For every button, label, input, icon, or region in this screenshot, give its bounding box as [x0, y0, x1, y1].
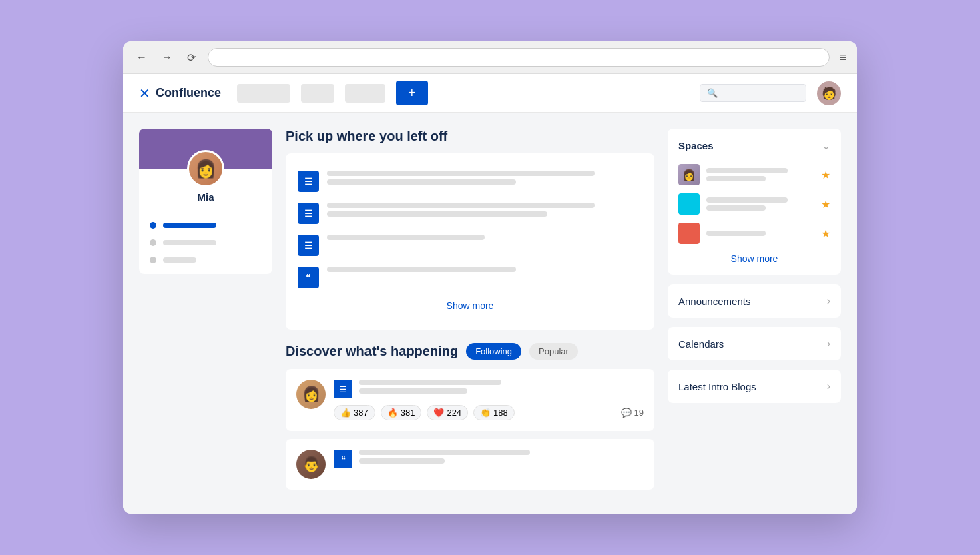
recent-section-title: Pick up where you left off — [286, 129, 654, 144]
avatar-face: 🧑 — [822, 86, 836, 101]
feed-content-2: ❝ — [334, 450, 644, 468]
feed-icon-row-2: ❝ — [334, 450, 644, 468]
activity-line-2a — [327, 203, 595, 208]
activity-line-1b — [327, 179, 516, 185]
space-lines-2 — [706, 197, 814, 211]
space-item-3[interactable]: ★ — [678, 219, 830, 248]
reaction-fire[interactable]: 🔥 381 — [381, 405, 422, 420]
following-tab[interactable]: Following — [466, 343, 521, 360]
space-icon-1: 👩 — [678, 164, 700, 185]
feed-doc-icon-2: ❝ — [334, 450, 352, 468]
feed-line-2a — [359, 450, 530, 455]
profile-dot-2 — [150, 239, 156, 246]
profile-avatar[interactable]: 👩 — [187, 150, 224, 187]
feed-line-1b — [359, 388, 467, 394]
center-content: Pick up where you left off ☰ ☰ — [286, 129, 654, 498]
feed-avatar-face-2: 👨 — [302, 456, 320, 473]
forward-button[interactable]: → — [159, 50, 175, 65]
search-icon: 🔍 — [707, 88, 718, 98]
activity-line-2b — [327, 211, 547, 217]
recent-activity-card: ☰ ☰ ☰ — [286, 153, 654, 330]
space-line-1b — [706, 176, 766, 181]
discover-header: Discover what's happening Following Popu… — [286, 343, 654, 360]
space-icon-3 — [678, 223, 700, 244]
latest-intro-blogs-widget[interactable]: Latest Intro Blogs › — [668, 370, 841, 403]
spaces-chevron-icon[interactable]: ⌄ — [822, 139, 830, 152]
activity-icon-4: ❝ — [298, 267, 319, 288]
profile-avatar-face: 👩 — [195, 159, 216, 179]
profile-bar-2 — [163, 240, 216, 245]
profile-menu-item-1[interactable] — [139, 217, 272, 234]
right-sidebar: Spaces ⌄ 👩 ★ — [668, 129, 841, 498]
reaction-clap[interactable]: 👏 188 — [473, 405, 515, 420]
activity-icon-2: ☰ — [298, 203, 319, 224]
reaction-heart[interactable]: ❤️ 224 — [427, 405, 468, 420]
spaces-title: Spaces — [678, 140, 714, 151]
feed-lines-1 — [359, 380, 644, 394]
activity-icon-3: ☰ — [298, 235, 319, 256]
profile-dot-1 — [150, 222, 156, 229]
logo-area[interactable]: ✕ Confluence — [139, 85, 221, 101]
calendars-chevron-icon: › — [827, 338, 830, 350]
spaces-show-more[interactable]: Show more — [678, 248, 830, 264]
browser-window: ← → ⟳ ≡ ✕ Confluence + 🔍 🧑 — [123, 41, 857, 514]
calendars-widget[interactable]: Calendars › — [668, 327, 841, 360]
fire-emoji: 🔥 — [387, 408, 398, 418]
reactions-1: 👍 387 🔥 381 ❤️ 224 — [334, 405, 644, 420]
comment-count-1[interactable]: 💬 19 — [621, 408, 644, 418]
announcements-chevron-icon: › — [827, 295, 830, 307]
reload-button[interactable]: ⟳ — [184, 50, 198, 65]
spaces-widget-header: Spaces ⌄ — [678, 139, 830, 152]
nav-item-2[interactable] — [301, 84, 334, 103]
space-icon-face-1: 👩 — [678, 164, 700, 185]
confluence-logo-icon: ✕ — [139, 85, 150, 101]
show-more-link[interactable]: Show more — [298, 294, 642, 318]
space-star-2[interactable]: ★ — [821, 198, 830, 211]
activity-lines-2 — [327, 203, 642, 217]
space-line-2b — [706, 205, 766, 211]
nav-item-3[interactable] — [345, 84, 385, 103]
announcements-title: Announcements — [678, 296, 750, 307]
popular-tab[interactable]: Popular — [529, 343, 578, 360]
nav-item-1[interactable] — [237, 84, 290, 103]
calendars-title: Calendars — [678, 338, 724, 350]
feed-avatar-1[interactable]: 👩 — [296, 380, 326, 409]
space-lines-3 — [706, 231, 814, 236]
search-input[interactable] — [722, 88, 799, 98]
back-button[interactable]: ← — [134, 50, 150, 65]
space-item-2[interactable]: ★ — [678, 189, 830, 219]
feed-item-1: 👩 ☰ 👍 387 — [296, 380, 644, 420]
feed-card-1: 👩 ☰ 👍 387 — [286, 369, 654, 431]
space-star-3[interactable]: ★ — [821, 227, 830, 240]
announcements-widget[interactable]: Announcements › — [668, 284, 841, 318]
profile-menu-item-3[interactable] — [139, 251, 272, 269]
profile-dot-3 — [150, 257, 156, 263]
feed-doc-icon-1: ☰ — [334, 380, 352, 398]
spaces-widget: Spaces ⌄ 👩 ★ — [668, 129, 841, 275]
activity-lines-3 — [327, 235, 642, 240]
profile-menu-item-2[interactable] — [139, 234, 272, 251]
discover-title: Discover what's happening — [286, 344, 458, 359]
top-nav: ✕ Confluence + 🔍 🧑 — [123, 74, 857, 113]
space-line-1a — [706, 168, 788, 173]
space-star-1[interactable]: ★ — [821, 169, 830, 181]
feed-content-1: ☰ 👍 387 🔥 — [334, 380, 644, 420]
main-content: 👩 Mia — [123, 113, 857, 514]
fire-count: 381 — [401, 408, 415, 418]
activity-item-2: ☰ — [298, 197, 642, 229]
activity-item-4: ❝ — [298, 261, 642, 294]
search-bar[interactable]: 🔍 — [700, 84, 806, 102]
feed-card-2: 👨 ❝ — [286, 439, 654, 490]
profile-name: Mia — [139, 191, 272, 211]
feed-avatar-2[interactable]: 👨 — [296, 450, 326, 479]
profile-avatar-wrap: 👩 — [139, 150, 272, 187]
activity-line-1a — [327, 171, 595, 176]
space-item-1[interactable]: 👩 ★ — [678, 160, 830, 189]
url-bar[interactable] — [208, 48, 830, 67]
create-button[interactable]: + — [396, 81, 428, 105]
profile-bar-1 — [163, 223, 216, 228]
browser-menu-icon: ≡ — [839, 51, 846, 65]
feed-line-2b — [359, 458, 445, 464]
user-avatar[interactable]: 🧑 — [817, 81, 841, 105]
reaction-thumbsup[interactable]: 👍 387 — [334, 405, 375, 420]
